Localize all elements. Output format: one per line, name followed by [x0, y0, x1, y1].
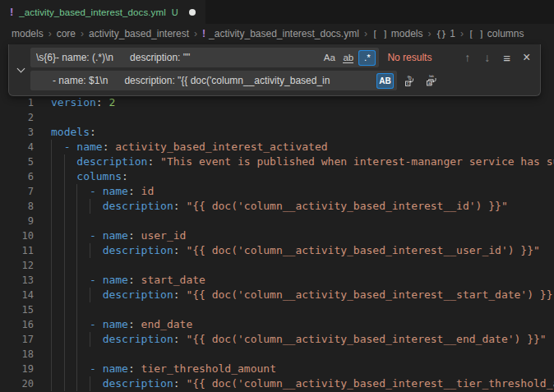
indent-guide — [51, 214, 52, 228]
preserve-case-toggle[interactable]: AB — [376, 73, 394, 89]
symbol-object-icon: {} — [436, 29, 447, 39]
code-line[interactable]: 9 — [0, 214, 554, 228]
replace-all-button[interactable]: ᶠᵃᵇ ac — [422, 71, 441, 90]
code-text: - name: tier_threshold_amount — [51, 362, 276, 376]
code-line[interactable]: 2 — [0, 110, 554, 125]
breadcrumb-separator-icon: › — [364, 28, 367, 39]
replace-button[interactable]: ᶠb c — [400, 71, 419, 90]
whole-word-toggle[interactable]: ab — [339, 50, 357, 66]
regex-toggle[interactable]: .* — [358, 50, 376, 66]
breadcrumb-label: activity_based_interest — [89, 28, 189, 39]
find-previous-button[interactable]: ↑ — [459, 48, 476, 67]
find-in-selection-toggle[interactable]: ≡ — [498, 48, 515, 67]
breadcrumb-label: _activity_based_interest_docs.yml — [209, 28, 359, 39]
modified-dot-icon[interactable] — [189, 9, 196, 16]
indent-guide — [64, 347, 65, 362]
code-line[interactable]: 17 description: "{{ doc('column__activit… — [0, 332, 554, 347]
code-line[interactable]: 1version: 2 — [0, 95, 554, 110]
code-text: description: "{{ doc('column__activity_b… — [51, 376, 554, 391]
close-find-button[interactable]: × — [518, 48, 535, 67]
line-number: 8 — [0, 199, 34, 214]
code-line[interactable]: 8 description: "{{ doc('column__activity… — [0, 199, 554, 214]
symbol-array-icon: [ ] — [469, 29, 484, 39]
toggle-replace-chevron-icon[interactable] — [17, 65, 25, 73]
svg-text:ᶠᵃᵇ: ᶠᵃᵇ — [429, 75, 435, 80]
replace-all-icon: ᶠᵃᵇ ac — [425, 74, 439, 87]
code-line[interactable]: 12 — [0, 258, 554, 273]
breadcrumb-item[interactable]: activity_based_interest — [89, 28, 189, 39]
code-line[interactable]: 20 description: "{{ doc('column__activit… — [0, 376, 554, 391]
find-input[interactable]: \s{6}- name: (.*)\n description: "" Aa a… — [30, 48, 379, 67]
code-line[interactable]: 11 description: "{{ doc('column__activit… — [0, 243, 554, 258]
line-number: 7 — [0, 184, 34, 199]
yaml-flag-icon: ! — [10, 6, 13, 18]
line-number: 16 — [0, 317, 34, 332]
breadcrumb: models›core›activity_based_interest›!_ac… — [0, 25, 554, 43]
code-text: description: "This event is published wh… — [51, 154, 554, 169]
breadcrumb-separator-icon: › — [194, 28, 197, 39]
code-line[interactable]: 7 - name: id — [0, 184, 554, 199]
line-number: 10 — [0, 228, 34, 243]
breadcrumb-label: models — [391, 28, 423, 39]
line-number: 1 — [0, 95, 34, 110]
line-number: 20 — [0, 376, 34, 391]
breadcrumb-item[interactable]: [ ]columns — [469, 28, 524, 39]
line-number: 12 — [0, 258, 34, 273]
code-line[interactable]: 15 — [0, 302, 554, 317]
close-icon: × — [523, 50, 530, 65]
code-line[interactable]: 10 - name: user_id — [0, 228, 554, 243]
breadcrumb-item[interactable]: {}1 — [436, 28, 455, 39]
line-number: 17 — [0, 332, 34, 347]
line-number: 9 — [0, 214, 34, 228]
indent-guide — [76, 302, 77, 317]
code-text: - name: id — [51, 184, 154, 199]
code-text: description: "{{ doc('column__activity_b… — [51, 199, 508, 214]
breadcrumb-label: models — [12, 28, 44, 39]
code-text: columns: — [51, 169, 128, 184]
code-line[interactable]: 16 - name: end_date — [0, 317, 554, 332]
breadcrumb-item[interactable]: models — [12, 28, 44, 39]
code-line[interactable]: 18 — [0, 347, 554, 362]
breadcrumb-label: columns — [487, 28, 524, 39]
breadcrumb-item[interactable]: !_activity_based_interest_docs.yml — [202, 28, 359, 39]
breadcrumb-item[interactable]: core — [57, 28, 76, 39]
code-line[interactable]: 6 columns: — [0, 169, 554, 184]
tab-bar: ! _activity_based_interest_docs.yml U — [0, 0, 554, 25]
code-line[interactable]: 13 - name: start_date — [0, 273, 554, 288]
match-case-toggle[interactable]: Aa — [321, 50, 338, 66]
indent-guide — [51, 258, 52, 273]
line-number: 4 — [0, 140, 34, 154]
line-number: 19 — [0, 362, 34, 376]
code-line[interactable]: 19 - name: tier_threshold_amount — [0, 362, 554, 376]
breadcrumb-label: core — [57, 28, 76, 39]
code-text: - name: start_date — [51, 273, 205, 288]
breadcrumb-label: 1 — [450, 28, 455, 39]
line-number: 13 — [0, 273, 34, 288]
breadcrumb-item[interactable]: [ ]models — [372, 28, 423, 39]
find-widget: \s{6}- name: (.*)\n description: "" Aa a… — [8, 44, 541, 96]
breadcrumb-separator-icon: › — [428, 28, 432, 39]
line-number: 3 — [0, 125, 34, 140]
editor-tab[interactable]: ! _activity_based_interest_docs.yml U — [0, 0, 205, 24]
arrow-down-icon: ↓ — [484, 51, 490, 64]
line-number: 5 — [0, 154, 34, 169]
line-number: 15 — [0, 302, 34, 317]
code-text: description: "{{ doc('column__activity_b… — [51, 288, 554, 302]
yaml-flag-icon: ! — [202, 28, 205, 39]
code-area: 1version: 223models:4 - name: activity_b… — [0, 95, 554, 391]
code-text: models: — [51, 125, 96, 140]
code-text: - name: user_id — [51, 228, 186, 243]
line-number: 11 — [0, 243, 34, 258]
code-line[interactable]: 4 - name: activity_based_interest_activa… — [0, 140, 554, 154]
code-line[interactable]: 14 description: "{{ doc('column__activit… — [0, 288, 554, 302]
replace-icon: ᶠb c — [404, 74, 417, 87]
code-line[interactable]: 3models: — [0, 125, 554, 140]
selection-lines-icon: ≡ — [503, 51, 510, 65]
breadcrumb-separator-icon: › — [81, 28, 84, 39]
replace-input[interactable]: - name: $1\n description: "{{ doc('colum… — [30, 71, 397, 90]
code-text: description: "{{ doc('column__activity_b… — [51, 243, 540, 258]
replace-row: - name: $1\n description: "{{ doc('colum… — [30, 71, 535, 90]
find-next-button[interactable]: ↓ — [478, 48, 496, 67]
code-line[interactable]: 5 description: "This event is published … — [0, 154, 554, 169]
indent-guide — [64, 302, 65, 317]
